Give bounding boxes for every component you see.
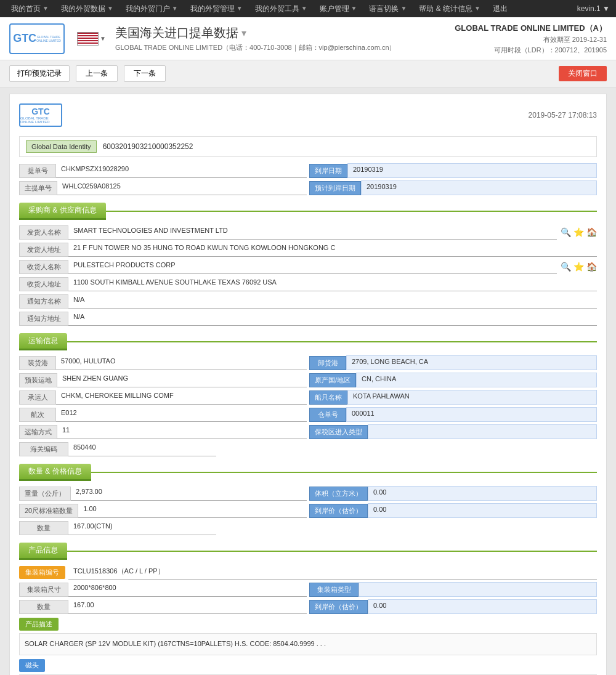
product-section-header: 产品信息 [19, 543, 597, 560]
ldr-info: 可用时段（LDR）：200712、201905 [455, 46, 607, 55]
quantity-value: 167.00(CTN) [68, 520, 216, 535]
nav-data[interactable]: 我的外贸数据 ▼ [56, 0, 118, 17]
quantity-section-border [91, 472, 597, 473]
header-title-area: 美国海关进口提单数据 ▾ GLOBAL TRADE ONLINE LIMITED… [115, 25, 455, 52]
consignee-search-icon[interactable]: 🔍 [560, 261, 571, 272]
nav-tools-arrow: ▼ [301, 0, 307, 17]
unloading-port-label: 卸货港 [309, 356, 346, 370]
nav-account-label: 账户管理 [320, 0, 349, 17]
consignee-home-icon[interactable]: 🏠 [586, 261, 597, 272]
nav-language[interactable]: 语言切换 ▼ [364, 0, 411, 17]
bill-number-col: 提单号 CHKMPSZX19028290 [19, 163, 307, 178]
us-flag [77, 32, 99, 46]
bill-date-row: 提单号 CHKMPSZX19028290 到岸日期 20190319 [19, 163, 597, 178]
nav-language-arrow: ▼ [400, 0, 407, 17]
master-bill-row: 主提单号 WHLC0259A08125 预计到岸日期 20190319 [19, 180, 597, 195]
prev-button[interactable]: 上一条 [76, 65, 118, 82]
vessel-value: KOTA PAHLAWAN [347, 390, 597, 405]
consignee-star-icon[interactable]: ⭐ [573, 261, 584, 272]
top-navigation: 我的首页 ▼ 我的外贸数据 ▼ 我的外贸门户 ▼ 我的外贸管理 ▼ 我的外贸工具… [0, 0, 616, 17]
origin-label: 原产国/地区 [309, 373, 356, 387]
consignee-name-label: 收货人名称 [19, 260, 68, 274]
nav-tools[interactable]: 我的外贸工具 ▼ [250, 0, 312, 17]
est-arrival-col: 预计到岸日期 20190319 [309, 180, 597, 195]
weight-volume-row: 重量（公斤） 2,973.00 体积（立方米） 0.00 [19, 486, 597, 501]
weight-col: 重量（公斤） 2,973.00 [19, 486, 307, 501]
global-data-row: Global Data Identity 6003201903210000352… [19, 136, 597, 157]
consignee-name-value: PULESTECH PRODUCTS CORP [68, 259, 557, 274]
loading-port-value: 57000, HULUTAO [56, 355, 307, 370]
voyage-label: 航次 [19, 408, 56, 422]
shipper-name-row: 发货人名称 SMART TECHNOLOGIES AND INVESTMENT … [19, 225, 597, 240]
carrier-vessel-row: 承运人 CHKM, CHEROKEE MILLING COMF 船只名称 KOT… [19, 390, 597, 405]
nav-mgmt[interactable]: 我的外贸管理 ▼ [185, 0, 248, 17]
container-type-value [359, 582, 597, 597]
flag-area: ▼ [77, 32, 106, 46]
transport-section-title: 运输信息 [19, 333, 67, 350]
container-size-label: 集装箱尺寸 [19, 583, 68, 597]
consignee-addr-label: 收货人地址 [19, 277, 68, 291]
shipper-addr-value: 21 F FUN TOWER NO 35 HUNG TO ROAD KWUN T… [68, 242, 597, 257]
shipper-name-actions: 🔍 ⭐ 🏠 [560, 227, 597, 238]
customs-code-value: 850440 [68, 442, 216, 456]
doc-logo-box: GTC GLOBAL TRADE ONLINE LIMITED [19, 103, 62, 127]
nav-home-arrow: ▼ [43, 0, 49, 17]
close-button[interactable]: 关闭窗口 [559, 66, 607, 81]
voyage-value: E012 [56, 407, 307, 422]
shipper-name-value: SMART TECHNOLOGIES AND INVESTMENT LTD [68, 225, 557, 240]
shipper-home-icon[interactable]: 🏠 [586, 227, 597, 238]
header-right: GLOBAL TRADE ONLINE LIMITED（A） 有效期至 2019… [455, 23, 607, 55]
bonded-zone-value [368, 424, 597, 439]
container-size-type-row: 集装箱尺寸 2000*806*800 集装箱类型 [19, 582, 597, 597]
consignee-name-row: 收货人名称 PULESTECH PRODUCTS CORP 🔍 ⭐ 🏠 [19, 259, 597, 274]
container-size-col: 集装箱尺寸 2000*806*800 [19, 582, 307, 597]
logo-area: GTC GLOBAL TRADEONLINE LIMITED [9, 23, 65, 54]
logo: GTC GLOBAL TRADEONLINE LIMITED [9, 23, 65, 54]
nav-home-label: 我的首页 [11, 0, 41, 17]
global-data-value: 6003201903210000352252 [103, 142, 193, 151]
global-data-label: Global Data Identity [26, 140, 97, 153]
header: GTC GLOBAL TRADEONLINE LIMITED ▼ 美国海关进口提… [0, 17, 616, 60]
nav-portal[interactable]: 我的外贸门户 ▼ [121, 0, 183, 17]
nav-items: 我的首页 ▼ 我的外贸数据 ▼ 我的外贸门户 ▼ 我的外贸管理 ▼ 我的外贸工具… [6, 0, 577, 17]
nav-home[interactable]: 我的首页 ▼ [6, 0, 54, 17]
next-button[interactable]: 下一条 [124, 65, 166, 82]
container-id-label: 集装箱编号 [19, 566, 65, 579]
shipper-star-icon[interactable]: ⭐ [573, 227, 584, 238]
header-subtitle: GLOBAL TRADE ONLINE LIMITED（电话：400-710-3… [115, 43, 455, 52]
container20-label: 20尺标准箱数量 [19, 504, 78, 518]
quantity-section-title: 数量 & 价格信息 [19, 464, 91, 481]
nav-account[interactable]: 账户管理 ▼ [315, 0, 362, 17]
nav-logout[interactable]: 退出 [488, 0, 513, 17]
est-arrival-label: 预计到岸日期 [309, 181, 361, 195]
nav-help[interactable]: 帮助 & 统计信息 ▼ [414, 0, 485, 17]
container20-price-row: 20尺标准箱数量 1.00 到岸价（估价） 0.00 [19, 503, 597, 518]
title-separator: ▾ [241, 27, 246, 39]
pre-transport-col: 预装运地 SHEN ZHEN GUANG [19, 373, 307, 387]
consignee-addr-value: 1100 SOUTH KIMBALL AVENUE SOUTHLAKE TEXA… [68, 277, 597, 291]
origin-col: 原产国/地区 CN, CHINA [309, 373, 597, 387]
container-type-col: 集装箱类型 [309, 582, 597, 597]
bonded-zone-col: 保税区进入类型 [309, 424, 597, 439]
top-toolbar: 打印预览记录 上一条 下一条 关闭窗口 [0, 60, 616, 87]
weight-value: 2,973.00 [71, 486, 307, 501]
loading-port-label: 装货港 [19, 356, 56, 370]
landing-price-value: 0.00 [368, 503, 597, 518]
carrier-col: 承运人 CHKM, CHEROKEE MILLING COMF [19, 390, 307, 405]
nav-language-label: 语言切换 [369, 0, 399, 17]
nav-account-arrow: ▼ [351, 0, 357, 17]
est-arrival-value: 20190319 [361, 180, 597, 195]
container-num-label: 仓单号 [309, 408, 346, 422]
product-qty-price-row: 数量 167.00 到岸价（估价） 0.00 [19, 599, 597, 614]
validity-date: 有效期至 2019-12-31 [455, 35, 607, 44]
doc-header: GTC GLOBAL TRADE ONLINE LIMITED 2019-05-… [19, 103, 597, 127]
container-num-value: 000011 [346, 407, 597, 422]
flag-arrow: ▼ [100, 35, 106, 42]
shipper-search-icon[interactable]: 🔍 [560, 227, 571, 238]
voyage-col: 航次 E012 [19, 407, 307, 422]
print-button[interactable]: 打印预览记录 [9, 65, 70, 82]
unloading-port-value: 2709, LONG BEACH, CA [346, 355, 597, 370]
nav-user[interactable]: kevin.1 ▼ [577, 4, 610, 13]
head-label: 磁头 [19, 659, 45, 672]
supplier-section-title: 采购商 & 供应商信息 [19, 203, 106, 220]
